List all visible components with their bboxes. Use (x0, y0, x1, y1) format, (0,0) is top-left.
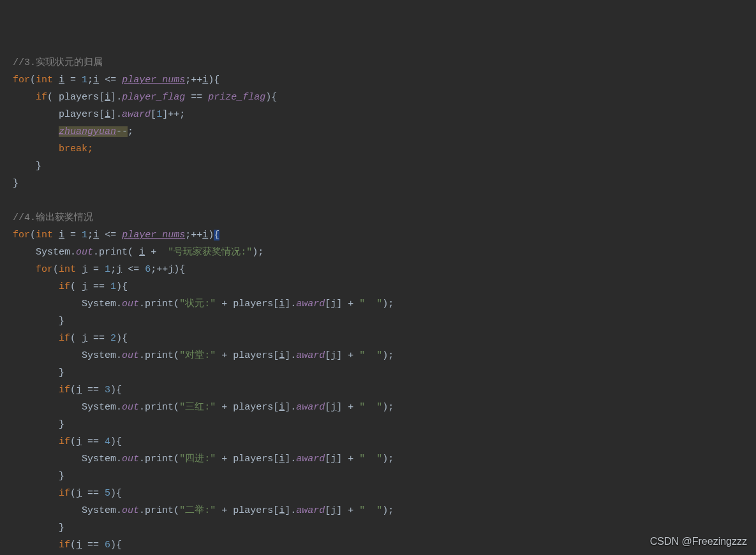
operator-inc: ++ (191, 75, 202, 85)
bracket-close: ] (285, 299, 290, 309)
number-1: 1 (110, 281, 116, 292)
dot-operator: . (70, 247, 76, 258)
keyword-for: for (13, 230, 30, 241)
keyword-break: break (59, 144, 87, 154)
operator-plus: + (342, 402, 359, 413)
field-out: out (122, 350, 139, 361)
keyword-if: if (59, 385, 70, 396)
ident-players: players (233, 454, 273, 464)
bracket-close: ] (285, 454, 290, 464)
var-i: i (59, 230, 64, 241)
field-out: out (122, 454, 139, 464)
bracket-open: [ (273, 299, 279, 309)
bracket-open: [ (273, 350, 279, 361)
bracket-close: ] (336, 299, 342, 309)
field-zhuangyuan: zhuangyuan (59, 126, 116, 137)
field-award: award (296, 350, 325, 361)
paren-open: ( (70, 333, 76, 344)
watermark-text: CSDN @Freezingzzz (650, 533, 747, 550)
keyword-int: int (36, 230, 53, 241)
paren-close: ) (382, 454, 388, 464)
var-j: j (330, 350, 336, 361)
bracket-close: ] (285, 505, 290, 516)
semicolon: ; (185, 230, 191, 241)
var-i: i (59, 75, 64, 85)
ident-system: System (82, 454, 116, 464)
var-i: i (139, 247, 145, 258)
ident-system: System (82, 402, 116, 413)
brace-close: } (59, 471, 64, 482)
dot-operator: . (116, 299, 122, 309)
string-literal: "四进:" (179, 454, 216, 464)
var-i: i (202, 75, 208, 85)
operator-inc: ++ (156, 264, 168, 275)
operator-le: <= (122, 264, 145, 275)
field-prize-flag: prize_flag (208, 92, 265, 103)
operator-le: <= (99, 230, 122, 241)
semicolon: ; (388, 402, 394, 413)
ident-system: System (82, 350, 116, 361)
var-j: j (116, 264, 122, 275)
paren-open: ( (30, 75, 36, 85)
string-literal: " " (359, 350, 382, 361)
operator-plus: + (216, 454, 233, 464)
paren-close: ) (382, 402, 388, 413)
operator-eqeq: == (82, 385, 105, 396)
number-1: 1 (82, 75, 87, 85)
keyword-if: if (36, 92, 47, 103)
semicolon: ; (87, 230, 93, 241)
ident-players: players (59, 109, 99, 120)
paren-close: ) (382, 505, 388, 516)
paren-open: ( (70, 488, 76, 499)
semicolon: ; (128, 126, 133, 137)
var-j: j (330, 505, 336, 516)
var-i: i (105, 109, 110, 120)
operator-assign: = (64, 75, 82, 85)
bracket-close: ] (162, 109, 168, 120)
brace-close: } (59, 316, 64, 327)
bracket-close: ] (336, 350, 342, 361)
bracket-open: [ (325, 454, 330, 464)
dot-operator: . (139, 454, 145, 464)
method-print: print (145, 350, 174, 361)
bracket-open: [ (273, 454, 279, 464)
var-j: j (330, 454, 336, 464)
operator-plus: + (216, 350, 233, 361)
operator-assign: = (64, 230, 82, 241)
operator-eqeq: == (87, 281, 110, 292)
operator-plus: + (342, 505, 359, 516)
operator-eqeq: == (82, 488, 105, 499)
number-5: 5 (105, 488, 110, 499)
keyword-for: for (36, 264, 53, 275)
bracket-close: ] (285, 402, 290, 413)
paren-close: ) (382, 350, 388, 361)
code-editor-view[interactable]: //3.实现状元的归属 for(int i = 1;i <= player_nu… (13, 54, 756, 555)
var-j: j (330, 402, 336, 413)
method-print: print (145, 299, 174, 309)
semicolon: ; (179, 109, 185, 120)
semicolon: ; (388, 454, 394, 464)
field-award: award (296, 402, 325, 413)
brace-open: { (116, 385, 122, 396)
editor-caret[interactable]: { (214, 230, 219, 241)
dot-operator: . (290, 454, 296, 464)
keyword-if: if (59, 540, 70, 551)
comment-text: //3.实现状元的归属 (13, 57, 103, 68)
method-print: print (145, 454, 174, 464)
dot-operator: . (139, 402, 145, 413)
operator-plus: + (216, 299, 233, 309)
paren-open: ( (174, 350, 179, 361)
ident-players: players (233, 299, 273, 309)
var-j: j (82, 333, 87, 344)
var-j: j (76, 540, 82, 551)
string-literal: "二举:" (179, 505, 216, 516)
field-award: award (296, 299, 325, 309)
paren-close: ) (110, 385, 116, 396)
paren-open: ( (47, 92, 53, 103)
bracket-open: [ (99, 109, 105, 120)
string-literal: "对堂:" (179, 350, 216, 361)
bracket-open: [ (325, 505, 330, 516)
operator-plus: + (145, 247, 162, 258)
ident-players: players (233, 402, 273, 413)
operator-eqeq: == (82, 540, 105, 551)
